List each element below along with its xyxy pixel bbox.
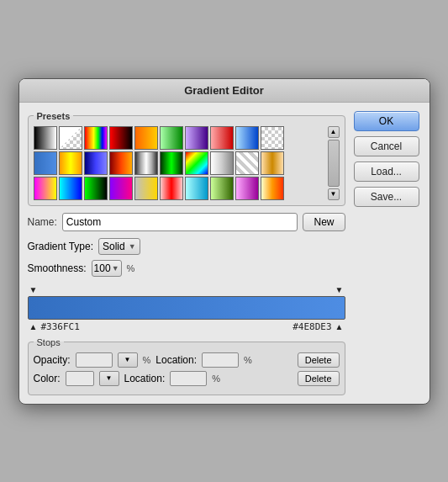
preset-swatch[interactable]: [160, 151, 183, 175]
color-label: Color:: [34, 373, 61, 384]
presets-scrollbar[interactable]: ▲ ▼: [328, 126, 340, 200]
name-row: Name: New: [28, 213, 345, 231]
stops-legend: Stops: [34, 337, 64, 347]
preset-swatch[interactable]: [210, 177, 234, 200]
left-panel: Presets: [28, 111, 345, 395]
scroll-up-arrow[interactable]: ▲: [328, 126, 340, 138]
name-input[interactable]: [62, 213, 298, 231]
preset-swatch[interactable]: [235, 177, 259, 200]
chevron-down-icon: ▼: [112, 264, 119, 273]
gradient-type-value: Solid: [103, 241, 125, 252]
preset-swatch[interactable]: [261, 126, 284, 150]
gradient-type-label: Gradient Type:: [28, 241, 94, 252]
gradient-editor-dialog: Gradient Editor Presets: [18, 78, 430, 405]
preset-swatch[interactable]: [261, 177, 284, 200]
chevron-down-icon: ▼: [129, 242, 136, 251]
preset-swatch[interactable]: [59, 177, 82, 200]
stops-section: Stops Opacity: ▼ % Location: % Delete Co…: [28, 337, 345, 395]
opacity-unit: %: [143, 355, 151, 365]
preset-swatch[interactable]: [134, 177, 158, 200]
smoothness-unit: %: [127, 263, 135, 273]
color-delete-button[interactable]: Delete: [298, 371, 340, 386]
smoothness-label: Smoothness:: [28, 262, 87, 274]
preset-swatch[interactable]: [235, 151, 259, 175]
smoothness-value: 100: [94, 262, 111, 274]
dialog-body: Presets: [19, 103, 430, 404]
color-location-label: Location:: [124, 373, 166, 384]
preset-swatch[interactable]: [59, 126, 82, 150]
name-label: Name:: [28, 216, 57, 228]
smoothness-input[interactable]: 100 ▼: [92, 260, 122, 277]
preset-swatch[interactable]: [160, 126, 183, 150]
right-bottom-stop[interactable]: ▲: [335, 322, 344, 331]
preset-swatch[interactable]: [84, 151, 108, 175]
color-location-input[interactable]: [170, 371, 207, 386]
opacity-dropdown[interactable]: ▼: [118, 352, 138, 368]
scroll-down-arrow[interactable]: ▼: [328, 188, 340, 200]
left-top-stop[interactable]: ▼: [29, 285, 38, 294]
gradient-type-select[interactable]: Solid ▼: [98, 238, 140, 255]
right-panel: OK Cancel Load... Save...: [354, 111, 421, 395]
left-bottom-stop[interactable]: ▲: [29, 322, 38, 331]
preset-swatch[interactable]: [210, 151, 234, 175]
ok-button[interactable]: OK: [354, 111, 419, 131]
scroll-thumb[interactable]: [328, 140, 340, 187]
presets-grid: [34, 126, 326, 200]
bottom-stop-indicators: ▲ #336FC1 #4E8DE3 ▲: [28, 321, 345, 332]
opacity-location-label: Location:: [155, 354, 197, 366]
preset-swatch[interactable]: [185, 151, 208, 175]
preset-swatch[interactable]: [134, 126, 158, 150]
color-row: Color: ▼ Location: % Delete: [34, 371, 340, 386]
gradient-type-row: Gradient Type: Solid ▼: [28, 238, 345, 255]
opacity-label: Opacity:: [34, 354, 71, 366]
new-button[interactable]: New: [303, 213, 345, 231]
top-stop-indicators: ▼ ▼: [28, 285, 345, 294]
preset-swatch[interactable]: [134, 151, 158, 175]
dialog-title: Gradient Editor: [19, 79, 430, 103]
gradient-bar-container: ▼ ▼ ▲ #336FC1 #4E8DE3 ▲: [28, 285, 345, 332]
color-location-unit: %: [212, 373, 220, 384]
smoothness-row: Smoothness: 100 ▼ %: [28, 260, 345, 277]
preset-swatch[interactable]: [34, 177, 57, 200]
preset-swatch[interactable]: [84, 177, 108, 200]
preset-swatch[interactable]: [34, 151, 57, 175]
preset-swatch[interactable]: [109, 151, 133, 175]
color-dropdown[interactable]: ▼: [99, 371, 119, 386]
preset-swatch[interactable]: [235, 126, 259, 150]
preset-swatch[interactable]: [185, 126, 208, 150]
preset-swatch[interactable]: [185, 177, 208, 200]
title-text: Gradient Editor: [184, 84, 264, 97]
preset-swatch[interactable]: [109, 126, 133, 150]
presets-section: Presets: [28, 111, 345, 206]
opacity-location-unit: %: [244, 355, 252, 365]
preset-swatch[interactable]: [59, 151, 82, 175]
opacity-location-input[interactable]: [202, 352, 239, 368]
left-color-label: #336FC1: [40, 321, 79, 332]
right-color-label: #4E8DE3: [293, 321, 331, 332]
presets-area: ▲ ▼: [34, 126, 340, 200]
preset-swatch[interactable]: [210, 126, 234, 150]
opacity-delete-button[interactable]: Delete: [298, 352, 340, 368]
preset-swatch[interactable]: [84, 126, 108, 150]
opacity-row: Opacity: ▼ % Location: % Delete: [34, 352, 340, 368]
load-button[interactable]: Load...: [354, 162, 419, 182]
preset-swatch[interactable]: [34, 126, 57, 150]
preset-swatch[interactable]: [160, 177, 183, 200]
preset-swatch[interactable]: [261, 151, 284, 175]
right-top-stop[interactable]: ▼: [335, 285, 344, 294]
presets-legend: Presets: [34, 111, 74, 121]
save-button[interactable]: Save...: [354, 187, 419, 207]
cancel-button[interactable]: Cancel: [354, 136, 419, 156]
opacity-input[interactable]: [76, 352, 113, 368]
gradient-bar[interactable]: [28, 296, 345, 320]
preset-swatch[interactable]: [109, 177, 133, 200]
color-swatch[interactable]: [66, 371, 94, 386]
